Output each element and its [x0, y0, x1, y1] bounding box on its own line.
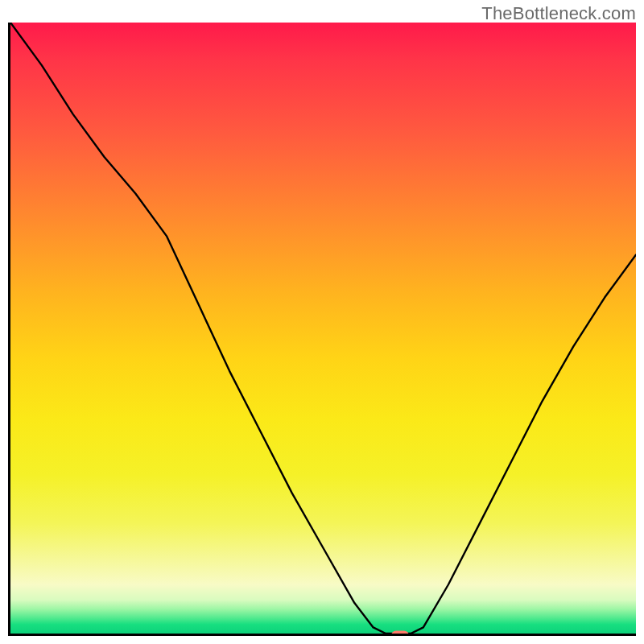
watermark-text: TheBottleneck.com [481, 3, 636, 24]
bottleneck-curve-path [10, 23, 636, 634]
plot-area [8, 23, 636, 636]
optimal-marker [391, 631, 409, 637]
chart-container: TheBottleneck.com [0, 0, 644, 644]
curve-svg [10, 23, 636, 634]
